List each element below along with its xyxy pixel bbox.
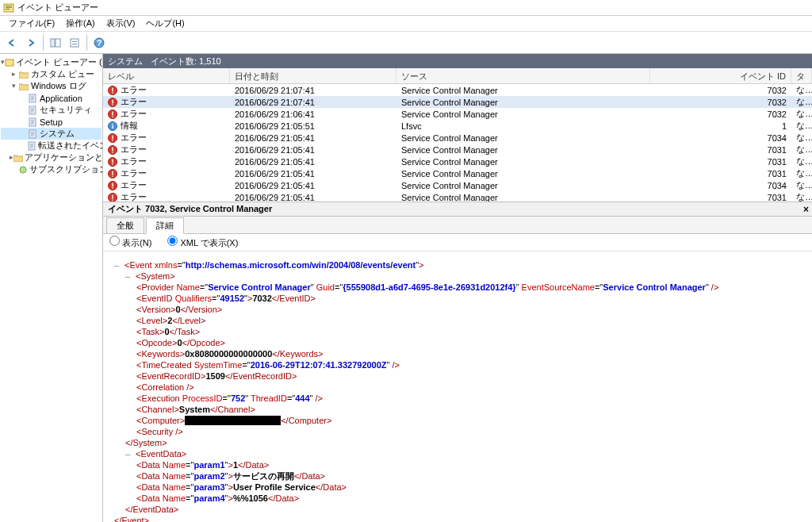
tree-custom-views[interactable]: ▸ カスタム ビュー xyxy=(1,68,102,80)
table-row[interactable]: エラー2016/06/29 21:05:41Service Control Ma… xyxy=(103,167,812,179)
svg-rect-31 xyxy=(112,135,113,139)
error-icon xyxy=(108,98,117,107)
log-icon xyxy=(27,94,38,103)
toolbar: ? xyxy=(0,32,812,54)
svg-rect-25 xyxy=(112,111,113,115)
table-row[interactable]: エラー2016/06/29 21:07:41Service Control Ma… xyxy=(103,84,812,96)
svg-rect-20 xyxy=(112,92,113,93)
show-hide-button[interactable] xyxy=(47,34,64,52)
table-row[interactable]: エラー2016/06/29 21:07:41Service Control Ma… xyxy=(103,96,812,108)
expand-icon[interactable]: ▸ xyxy=(10,70,18,79)
event-grid[interactable]: エラー2016/06/29 21:07:41Service Control Ma… xyxy=(103,84,812,202)
svg-rect-43 xyxy=(112,182,113,186)
tree-forwarded[interactable]: 転送されたイベント xyxy=(1,140,102,152)
close-icon[interactable]: × xyxy=(803,204,809,215)
collapse-icon[interactable]: ▾ xyxy=(10,82,18,90)
svg-rect-35 xyxy=(112,152,113,152)
forward-button[interactable] xyxy=(22,34,40,52)
info-icon xyxy=(108,121,117,131)
svg-rect-46 xyxy=(112,194,113,198)
tree-system[interactable]: システム xyxy=(1,128,102,140)
svg-rect-4 xyxy=(51,39,55,47)
log-icon xyxy=(27,117,38,127)
table-row[interactable]: エラー2016/06/29 21:05:41Service Control Ma… xyxy=(103,132,812,144)
error-icon xyxy=(108,86,117,95)
tree-security[interactable]: セキュリティ xyxy=(1,104,102,116)
svg-rect-2 xyxy=(6,7,12,8)
properties-button[interactable] xyxy=(66,34,83,52)
svg-rect-19 xyxy=(112,87,113,91)
svg-rect-26 xyxy=(112,116,113,117)
menu-help[interactable]: ヘルプ(H) xyxy=(140,16,190,31)
table-row[interactable]: 情報2016/06/29 21:05:51Lfsvc1なし xyxy=(103,120,812,132)
tab-general[interactable]: 全般 xyxy=(106,217,144,233)
error-icon xyxy=(108,157,117,167)
table-row[interactable]: エラー2016/06/29 21:05:41Service Control Ma… xyxy=(103,155,812,167)
menu-file[interactable]: ファイル(F) xyxy=(3,16,60,31)
help-button[interactable]: ? xyxy=(90,34,108,52)
log-icon xyxy=(27,106,38,115)
col-date[interactable]: 日付と時刻 xyxy=(230,68,396,83)
detail-pane: イベント 7032, Service Control Manager × 全般 … xyxy=(103,202,812,522)
svg-rect-5 xyxy=(56,39,60,47)
svg-rect-47 xyxy=(112,199,113,200)
log-icon xyxy=(27,129,38,139)
col-level[interactable]: レベル xyxy=(103,68,230,83)
svg-rect-22 xyxy=(112,99,113,103)
table-row[interactable]: エラー2016/06/29 21:05:41Service Control Ma… xyxy=(103,179,812,191)
table-row[interactable]: エラー2016/06/29 21:05:41Service Control Ma… xyxy=(103,144,812,155)
svg-rect-37 xyxy=(112,159,113,163)
menu-view[interactable]: 表示(V) xyxy=(101,16,141,31)
subscription-icon xyxy=(18,165,28,175)
detail-header: イベント 7032, Service Control Manager × xyxy=(103,202,812,217)
table-row[interactable]: エラー2016/06/29 21:06:41Service Control Ma… xyxy=(103,108,812,120)
svg-rect-34 xyxy=(112,147,113,151)
svg-rect-1 xyxy=(6,6,12,6)
radio-xml[interactable]: XML で表示(X) xyxy=(167,236,238,249)
col-source[interactable]: ソース xyxy=(396,68,650,83)
detail-options: 表示(N) XML で表示(X) xyxy=(103,234,812,251)
svg-rect-41 xyxy=(112,175,113,176)
radio-friendly[interactable]: 表示(N) xyxy=(109,236,151,249)
tree-windows-logs[interactable]: ▾ Windows ログ xyxy=(1,80,102,92)
event-count: イベント数: 1,510 xyxy=(151,56,221,67)
log-icon xyxy=(27,141,36,151)
tree-app-services[interactable]: ▸ アプリケーションとサービス ログ xyxy=(1,152,102,163)
detail-tabs: 全般 詳細 xyxy=(103,217,812,234)
svg-text:?: ? xyxy=(97,38,102,48)
log-name: システム xyxy=(108,56,143,67)
tree-subscriptions[interactable]: サブスクリプション xyxy=(1,163,102,175)
table-row[interactable]: エラー2016/06/29 21:05:41Service Control Ma… xyxy=(103,191,812,202)
error-icon xyxy=(108,133,117,143)
tree-setup[interactable]: Setup xyxy=(1,116,102,128)
svg-rect-40 xyxy=(112,171,113,175)
svg-rect-3 xyxy=(6,9,10,10)
xml-view[interactable]: – <Event xmlns="http://schemas.microsoft… xyxy=(103,251,812,522)
title-bar: イベント ビューアー xyxy=(0,0,812,16)
tree-pane[interactable]: ▾ イベント ビューアー (ローカル) ▸ カスタム ビュー ▾ Windows… xyxy=(0,54,103,522)
col-task[interactable]: タスクのカテゴリ xyxy=(791,68,812,83)
error-icon xyxy=(108,169,117,178)
menu-action[interactable]: 操作(A) xyxy=(60,16,101,31)
back-button[interactable] xyxy=(3,34,21,52)
window-title: イベント ビューアー xyxy=(17,2,98,13)
folder-icon xyxy=(13,153,23,163)
svg-rect-8 xyxy=(72,44,77,44)
svg-rect-32 xyxy=(112,140,113,140)
folder-icon xyxy=(18,70,29,79)
app-tree-icon xyxy=(5,58,14,67)
folder-icon xyxy=(18,82,29,91)
separator-icon xyxy=(43,35,44,51)
svg-rect-28 xyxy=(112,125,113,129)
error-icon xyxy=(108,109,117,119)
svg-rect-29 xyxy=(112,123,113,124)
tree-application[interactable]: Application xyxy=(1,92,102,104)
tree-root[interactable]: ▾ イベント ビューアー (ローカル) xyxy=(1,56,102,68)
svg-rect-7 xyxy=(72,41,77,42)
tab-details[interactable]: 詳細 xyxy=(146,217,184,234)
content-pane: システム イベント数: 1,510 レベル 日付と時刻 ソース イベント ID … xyxy=(103,54,812,522)
grid-header[interactable]: レベル 日付と時刻 ソース イベント ID タスクのカテゴリ xyxy=(103,68,812,84)
col-id[interactable]: イベント ID xyxy=(650,68,791,83)
menu-bar: ファイル(F) 操作(A) 表示(V) ヘルプ(H) xyxy=(0,16,812,32)
svg-rect-6 xyxy=(71,39,79,47)
